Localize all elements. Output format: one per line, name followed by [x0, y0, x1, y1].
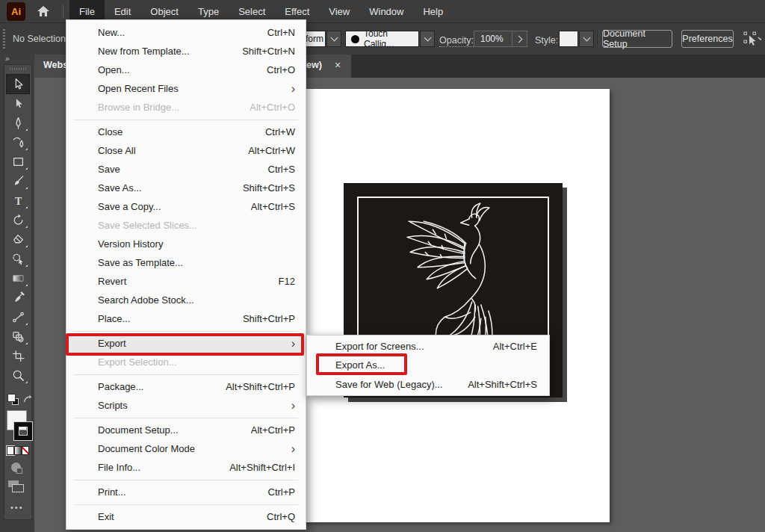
menu-separator — [74, 480, 298, 480]
menu-item-label: Export for Screens... — [335, 341, 493, 352]
svg-text:T: T — [14, 196, 21, 207]
menubar-item-help[interactable]: Help — [413, 0, 453, 22]
zoom-tool-icon — [12, 369, 25, 382]
menu-item-save-selected-slices: Save Selected Slices... — [66, 216, 306, 235]
menu-item-save-for-web-legacy[interactable]: Save for Web (Legacy)...Alt+Shift+Ctrl+S — [307, 375, 549, 394]
default-colors-icon[interactable] — [7, 394, 19, 405]
eraser-tool[interactable] — [7, 230, 29, 249]
opacity-field[interactable]: 100% — [474, 31, 527, 47]
artboard-tool-icon — [12, 350, 25, 362]
blend-tool[interactable] — [7, 308, 29, 327]
menu-item-save[interactable]: SaveCtrl+S — [66, 160, 306, 179]
swap-colors-icon[interactable] — [22, 394, 33, 404]
direct-selection-tool-icon — [12, 97, 25, 110]
stroke-color-swatch[interactable] — [14, 422, 32, 440]
expand-panel-icon[interactable]: » — [5, 55, 10, 63]
gradient-tool-icon — [12, 272, 25, 285]
menu-item-shortcut: F12 — [279, 276, 295, 287]
brush-dropdown[interactable]: Touch Callig... — [345, 31, 419, 47]
drawing-mode-icon[interactable] — [11, 463, 21, 472]
menu-item-open-recent-files[interactable]: Open Recent Files› — [66, 79, 306, 98]
blend-tool-icon — [12, 311, 25, 324]
type-tool[interactable]: T — [7, 191, 29, 210]
opacity-stepper[interactable] — [512, 31, 527, 46]
color-none-icon[interactable] — [22, 446, 29, 455]
selection-status: No Selection — [13, 34, 66, 44]
menu-item-label: Export Selection... — [98, 356, 295, 368]
menu-separator — [74, 374, 298, 375]
menubar-item-view[interactable]: View — [319, 0, 359, 22]
draw-normal-icon[interactable] — [8, 480, 25, 492]
menu-item-new-from-template[interactable]: New from Template...Shift+Ctrl+N — [66, 42, 306, 61]
tools-panel-grip[interactable] — [10, 68, 26, 70]
style-swatch[interactable] — [559, 31, 578, 47]
document-setup-button[interactable]: Document Setup — [602, 30, 672, 48]
direct-selection-tool[interactable] — [7, 94, 29, 113]
menu-item-scripts[interactable]: Scripts› — [66, 396, 306, 415]
menu-item-label: Save a Copy... — [98, 201, 251, 212]
paintbrush-tool[interactable] — [7, 172, 29, 191]
shape-builder-tool[interactable] — [7, 250, 29, 268]
menu-item-place[interactable]: Place...Shift+Ctrl+P — [66, 309, 306, 328]
illustrator-logo[interactable]: Ai — [7, 2, 25, 21]
preferences-button[interactable]: Preferences — [681, 30, 734, 48]
menu-item-print[interactable]: Print...Ctrl+P — [66, 483, 306, 501]
menu-item-save-a-copy[interactable]: Save a Copy...Alt+Ctrl+S — [66, 197, 306, 216]
width-profile-chevron[interactable] — [326, 31, 341, 47]
menu-item-close-all[interactable]: Close AllAlt+Ctrl+W — [66, 141, 306, 160]
symbols-tool[interactable] — [7, 327, 29, 346]
menu-item-close[interactable]: CloseCtrl+W — [66, 123, 306, 141]
menu-item-label: Save Selected Slices... — [98, 220, 295, 231]
menu-item-label: Place... — [98, 313, 243, 324]
menu-item-exit[interactable]: ExitCtrl+Q — [66, 507, 306, 526]
menu-item-shortcut: Ctrl+Q — [267, 511, 295, 522]
menu-item-revert[interactable]: RevertF12 — [66, 272, 306, 291]
gradient-tool[interactable] — [7, 269, 29, 288]
home-icon[interactable] — [37, 5, 50, 17]
menu-item-open[interactable]: Open...Ctrl+O — [66, 61, 306, 79]
menu-item-shortcut: Shift+Ctrl+S — [243, 182, 295, 194]
menu-item-save-as-template[interactable]: Save as Template... — [66, 253, 306, 272]
color-fill-icon[interactable] — [7, 446, 14, 455]
panel-grip-icon[interactable] — [3, 29, 5, 49]
pen-tool[interactable] — [7, 114, 29, 132]
rectangle-tool[interactable] — [7, 152, 29, 171]
menu-item-label: Exit — [98, 511, 267, 522]
menu-item-document-setup[interactable]: Document Setup...Alt+Ctrl+P — [66, 421, 306, 439]
selection-tool[interactable] — [7, 75, 29, 93]
menu-item-new[interactable]: New...Ctrl+N — [66, 23, 306, 42]
menu-item-label: Open Recent Files — [98, 83, 284, 94]
color-gradient-icon[interactable] — [14, 446, 22, 455]
annotation-export-highlight — [66, 333, 304, 356]
menu-separator — [74, 120, 298, 120]
menu-item-shortcut: Ctrl+S — [268, 164, 295, 175]
menubar-item-window[interactable]: Window — [359, 0, 413, 22]
rotate-tool[interactable] — [7, 211, 29, 229]
menu-item-shortcut: Ctrl+P — [268, 486, 295, 498]
menu-item-label: Close — [98, 126, 265, 137]
curvature-tool-icon — [12, 136, 25, 149]
width-profile-dropdown[interactable]: form — [305, 31, 326, 47]
menu-item-save-as[interactable]: Save As...Shift+Ctrl+S — [66, 179, 306, 197]
menu-item-version-history[interactable]: Version History — [66, 235, 306, 253]
tab-close-icon[interactable]: × — [335, 59, 341, 71]
selection-options-icon[interactable] — [743, 31, 761, 46]
brush-chevron[interactable] — [420, 31, 435, 47]
eraser-tool-icon — [12, 233, 25, 246]
menu-item-shortcut: Ctrl+N — [267, 27, 295, 38]
menu-item-file-info[interactable]: File Info...Alt+Shift+Ctrl+I — [66, 458, 306, 477]
menu-item-document-color-mode[interactable]: Document Color Mode› — [66, 439, 306, 458]
menu-item-shortcut: Alt+Ctrl+W — [248, 145, 295, 156]
opacity-label[interactable]: Opacity: — [439, 35, 474, 47]
menu-item-search-adobe-stock[interactable]: Search Adobe Stock... — [66, 291, 306, 309]
more-options-icon[interactable]: ••• — [10, 503, 24, 512]
opacity-value[interactable]: 100% — [474, 34, 512, 44]
chevron-right-icon — [515, 35, 523, 43]
zoom-tool[interactable] — [7, 366, 29, 385]
rotate-tool-icon — [12, 214, 25, 226]
menu-item-package[interactable]: Package...Alt+Shift+Ctrl+P — [66, 377, 306, 396]
curvature-tool[interactable] — [7, 133, 29, 152]
eyedropper-tool[interactable] — [7, 288, 29, 307]
artboard-tool[interactable] — [7, 347, 29, 365]
style-chevron[interactable] — [579, 31, 594, 47]
